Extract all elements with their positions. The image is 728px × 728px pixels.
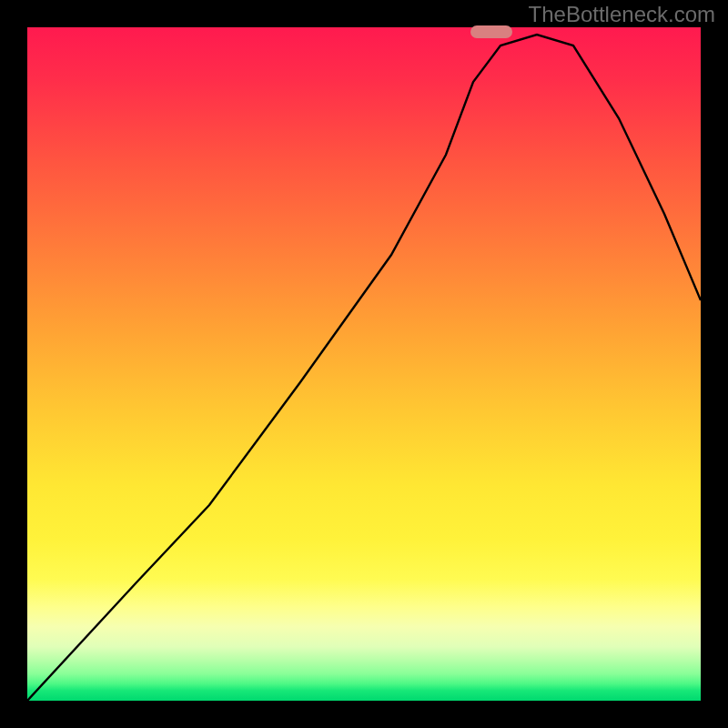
plot-area [27,27,701,701]
curve-path [27,35,701,701]
watermark-text: TheBottleneck.com [529,2,715,27]
bottleneck-curve [27,27,701,701]
optimal-marker [470,25,512,38]
chart-frame: TheBottleneck.com [0,0,728,728]
